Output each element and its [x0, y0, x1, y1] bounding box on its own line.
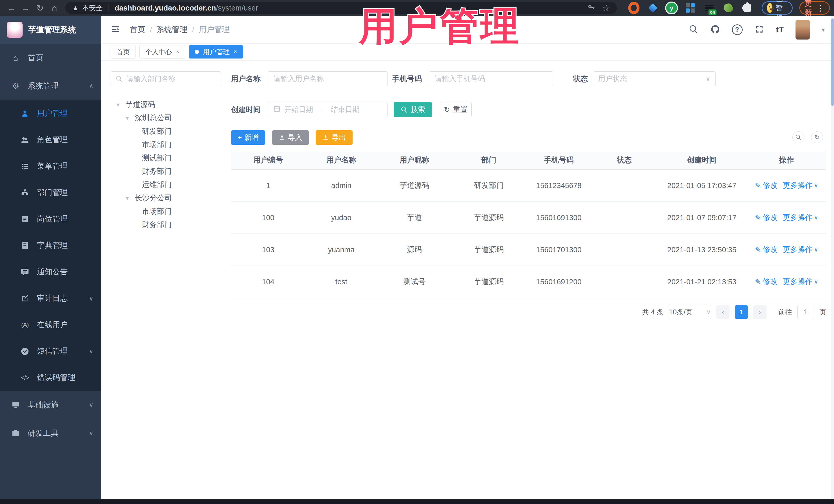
reload-icon[interactable]: ↻: [33, 3, 47, 13]
sidebar-item-错误码管理[interactable]: </>错误码管理: [0, 365, 101, 391]
sidebar-item-角色管理[interactable]: 角色管理: [0, 127, 101, 153]
extension-green-key-icon[interactable]: [723, 2, 734, 14]
sidebar-item-通知公告[interactable]: 通知公告: [0, 259, 101, 285]
tree-node-市场部门[interactable]: 市场部门: [111, 138, 221, 151]
date-range-field[interactable]: 开始日期 - 结束日期: [268, 102, 388, 117]
tree-node-财务部门[interactable]: 财务部门: [111, 218, 221, 232]
prev-page-button[interactable]: ‹: [716, 305, 729, 319]
scrollbar-track[interactable]: [831, 16, 834, 499]
sidebar-item-岗位管理[interactable]: 岗位管理: [0, 206, 101, 232]
tree-node-研发部门[interactable]: 研发部门: [111, 125, 221, 138]
sidebar-item-在线用户[interactable]: (A)在线用户: [0, 311, 101, 338]
tree-expand-caret-icon[interactable]: ▾: [124, 195, 131, 202]
search-button[interactable]: 搜索: [394, 102, 432, 117]
sidebar-item-审计日志[interactable]: 审计日志∨: [0, 285, 101, 311]
sidebar-item-label: 用户管理: [37, 108, 68, 118]
more-actions-link[interactable]: 更多操作∨: [783, 213, 818, 223]
tree-node-财务部门[interactable]: 财务部门: [111, 165, 221, 178]
mobile-input[interactable]: [434, 74, 548, 83]
tree-node-长沙分公司[interactable]: ▾长沙分公司: [111, 192, 221, 205]
chevron-up-icon: ∧: [89, 82, 93, 90]
reset-button[interactable]: ↻ 重置: [440, 102, 471, 117]
tree-node-深圳总公司[interactable]: ▾深圳总公司: [111, 111, 221, 125]
sidebar-collapse-icon[interactable]: [110, 24, 120, 36]
sidebar-item-字典管理[interactable]: 字典管理: [0, 232, 101, 259]
sidebar-item-系统管理[interactable]: ⚙系统管理∧: [0, 72, 101, 100]
close-icon[interactable]: ×: [176, 48, 179, 55]
tree-node-市场部门[interactable]: 市场部门: [111, 205, 221, 218]
extension-gem-icon[interactable]: [647, 2, 658, 14]
tab-label: 首页: [116, 47, 130, 57]
tree-node-芋道源码[interactable]: ▾芋道源码: [111, 98, 221, 111]
tree-node-测试部门[interactable]: 测试部门: [111, 151, 221, 165]
tab-首页[interactable]: 首页: [111, 45, 136, 59]
breadcrumb-item[interactable]: 首页: [130, 24, 145, 35]
sidebar-item-首页[interactable]: ⌂首页: [0, 44, 101, 72]
scrollbar-thumb[interactable]: [831, 19, 834, 106]
edit-link[interactable]: ✎修改: [755, 180, 777, 191]
back-icon[interactable]: ←: [4, 3, 19, 13]
more-actions-link[interactable]: 更多操作∨: [783, 245, 818, 255]
import-button[interactable]: 导入: [272, 130, 309, 145]
date-start-placeholder: 开始日期: [284, 105, 313, 114]
extension-green-y-icon[interactable]: y: [666, 3, 677, 13]
close-icon[interactable]: ×: [234, 48, 237, 55]
github-icon[interactable]: [710, 24, 720, 35]
goto-page-input[interactable]: [797, 305, 814, 319]
tree-expand-caret-icon[interactable]: ▾: [124, 114, 131, 122]
avatar-caret-icon[interactable]: ▾: [822, 26, 825, 34]
tree-node-运维部门[interactable]: 运维部门: [111, 178, 221, 192]
more-actions-link[interactable]: 更多操作∨: [783, 277, 818, 287]
edit-link[interactable]: ✎修改: [755, 277, 777, 287]
refresh-button[interactable]: ↻: [811, 131, 823, 143]
fullscreen-icon[interactable]: [754, 24, 764, 35]
sidebar-item-部门管理[interactable]: 部门管理: [0, 179, 101, 206]
sms-icon: [20, 347, 30, 356]
user-avatar[interactable]: [795, 20, 810, 40]
home-icon[interactable]: ⌂: [47, 3, 62, 13]
export-button[interactable]: 导出: [316, 130, 353, 145]
extension-squares-icon[interactable]: [685, 2, 696, 14]
chevron-down-icon: ∨: [814, 246, 818, 253]
extension-orange-icon[interactable]: [628, 2, 639, 14]
page-size-select[interactable]: 10条/页 ∨: [669, 305, 711, 319]
extensions-puzzle-icon[interactable]: [742, 2, 753, 14]
dept-search-input[interactable]: [126, 75, 216, 83]
page-1-button[interactable]: 1: [735, 305, 748, 319]
toggle-search-button[interactable]: [792, 131, 804, 143]
more-actions-link[interactable]: 更多操作∨: [783, 180, 818, 191]
address-bar[interactable]: ▲ 不安全 dashboard.yudao.iocoder.cn/system/…: [65, 2, 617, 14]
browser-profile-button[interactable]: 已暂停: [762, 1, 793, 15]
table-body: 1admin芋道源码研发部门156123456782021-01-05 17:0…: [231, 170, 826, 298]
chevron-down-icon: ∨: [89, 430, 93, 437]
password-key-icon[interactable]: [588, 4, 595, 12]
username-field[interactable]: [268, 71, 388, 86]
sidebar-item-研发工具[interactable]: 研发工具∨: [0, 419, 101, 447]
browser-menu-icon[interactable]: ⋮: [816, 4, 825, 12]
breadcrumb-item[interactable]: 用户管理: [199, 24, 230, 35]
bookmark-star-icon[interactable]: ☆: [602, 3, 610, 13]
tree-expand-caret-icon[interactable]: ▾: [115, 101, 122, 108]
font-size-icon[interactable]: tT: [776, 25, 784, 35]
edit-link[interactable]: ✎修改: [755, 245, 777, 255]
breadcrumb-item[interactable]: 系统管理: [156, 24, 187, 35]
sidebar-item-菜单管理[interactable]: 菜单管理: [0, 153, 101, 179]
forward-icon[interactable]: →: [19, 3, 33, 13]
browser-update-button[interactable]: 更新 ⋮: [799, 1, 830, 15]
next-page-button[interactable]: ›: [753, 305, 767, 319]
tab-用户管理[interactable]: 用户管理×: [189, 45, 243, 59]
add-button[interactable]: +新增: [231, 130, 265, 145]
app-logo[interactable]: 芋道管理系统: [0, 16, 101, 44]
tab-个人中心[interactable]: 个人中心×: [139, 45, 185, 59]
sidebar-item-用户管理[interactable]: 用户管理: [0, 100, 101, 127]
mobile-field[interactable]: [429, 71, 553, 86]
dept-search-box[interactable]: [111, 71, 221, 86]
edit-link[interactable]: ✎修改: [755, 213, 777, 223]
extension-switcher-icon[interactable]: on: [704, 2, 715, 14]
sidebar-item-基础设施[interactable]: 基础设施∨: [0, 391, 101, 419]
help-icon[interactable]: ?: [732, 24, 743, 35]
search-icon[interactable]: [689, 24, 699, 35]
status-select[interactable]: 用户状态 ∨: [593, 71, 716, 86]
sidebar-item-短信管理[interactable]: 短信管理∨: [0, 338, 101, 365]
username-input[interactable]: [273, 74, 382, 83]
